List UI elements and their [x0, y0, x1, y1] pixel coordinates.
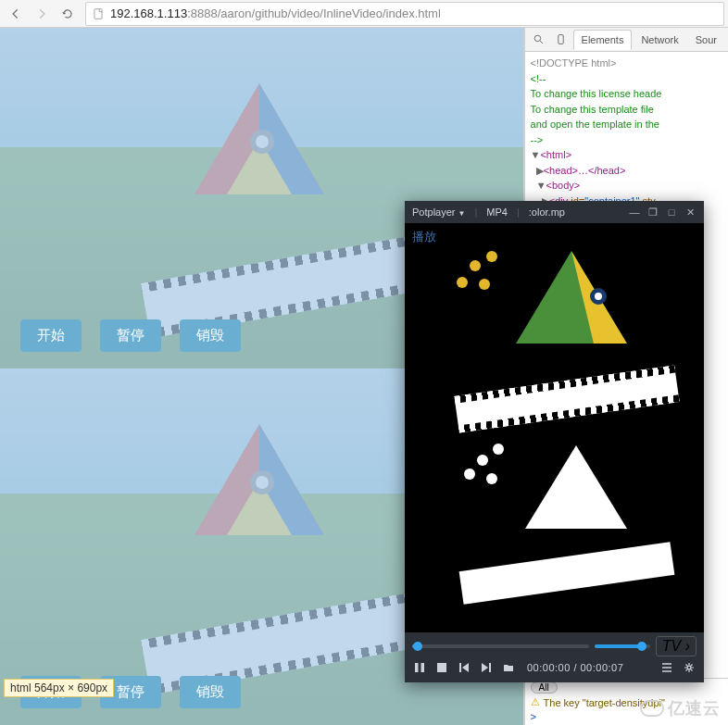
destroy-button[interactable]: 销毁 [180, 319, 241, 352]
element-size-tooltip: html 564px × 690px [4, 679, 114, 697]
back-button[interactable] [4, 3, 28, 25]
devtools-toolbar: Elements Network Sour [525, 28, 728, 52]
open-icon[interactable] [501, 660, 516, 675]
address-bar[interactable]: 192.168.1.113:8888/aaron/github/video/In… [85, 2, 724, 26]
arrow-right-icon [35, 7, 48, 20]
potplayer-video[interactable]: 播放 [405, 223, 704, 632]
watermark: 亿速云 [640, 697, 721, 719]
potplayer-window[interactable]: Potplayer ▼ | MP4 | :olor.mp — ❐ □ ✕ 播放 … [405, 201, 704, 682]
filter-all-pill[interactable]: All [531, 681, 558, 694]
pause-button[interactable]: 暂停 [100, 319, 161, 352]
page-icon [92, 7, 105, 20]
tab-elements[interactable]: Elements [573, 30, 633, 50]
inspect-icon[interactable] [529, 31, 549, 49]
prev-icon[interactable] [457, 660, 471, 675]
reload-button[interactable] [56, 3, 80, 25]
potplayer-title: Potplayer ▼ [412, 206, 465, 218]
svg-rect-6 [459, 663, 461, 672]
potplayer-controls: TV › 00:00:00 / 00:00:07 [405, 632, 704, 682]
tv-button[interactable]: TV › [656, 636, 697, 656]
next-icon[interactable] [479, 660, 494, 675]
url-path: /aaron/github/video/InlineVideo/index.ht… [218, 6, 441, 20]
twist-icon[interactable]: ▼ [531, 149, 541, 160]
svg-point-1 [534, 35, 541, 42]
browser-toolbar: 192.168.1.113:8888/aaron/github/video/In… [0, 0, 728, 28]
url-text: 192.168.1.113:8888/aaron/github/video/In… [110, 6, 441, 20]
maximize-icon[interactable]: □ [665, 206, 678, 219]
svg-rect-0 [94, 8, 102, 19]
twist-icon[interactable]: ▶ [536, 165, 544, 176]
svg-rect-4 [421, 663, 425, 672]
stop-icon[interactable] [434, 660, 449, 675]
tab-sources[interactable]: Sour [688, 31, 724, 49]
minimize-icon[interactable]: — [628, 206, 641, 219]
potplayer-format: MP4 [486, 206, 508, 218]
arrow-left-icon [9, 7, 22, 20]
potplayer-file: :olor.mp [529, 206, 565, 218]
forward-button[interactable] [30, 3, 54, 25]
svg-rect-3 [415, 663, 419, 672]
twist-icon[interactable]: ▼ [536, 180, 546, 191]
url-host: 192.168.1.113 [110, 6, 187, 20]
start-button[interactable]: 开始 [20, 319, 82, 352]
tab-network[interactable]: Network [634, 31, 685, 49]
reload-icon [61, 7, 74, 20]
potplayer-titlebar[interactable]: Potplayer ▼ | MP4 | :olor.mp — ❐ □ ✕ [405, 201, 704, 223]
time-display: 00:00:00 / 00:00:07 [527, 662, 623, 673]
seek-slider[interactable] [412, 644, 589, 648]
svg-rect-5 [437, 663, 446, 672]
device-icon[interactable] [551, 31, 571, 49]
svg-rect-7 [489, 663, 491, 672]
svg-point-8 [687, 666, 691, 669]
destroy-button-2[interactable]: 销毁 [180, 676, 241, 708]
restore-icon[interactable]: ❐ [646, 206, 659, 219]
settings-icon[interactable] [682, 660, 697, 675]
svg-rect-2 [559, 35, 563, 44]
playlist-icon[interactable] [659, 660, 674, 675]
url-port: :8888 [187, 6, 218, 20]
volume-slider[interactable] [595, 644, 650, 648]
console-prompt[interactable]: > [531, 711, 536, 722]
close-icon[interactable]: ✕ [684, 206, 697, 219]
play-label: 播放 [412, 229, 436, 245]
pause-icon[interactable] [412, 660, 427, 675]
